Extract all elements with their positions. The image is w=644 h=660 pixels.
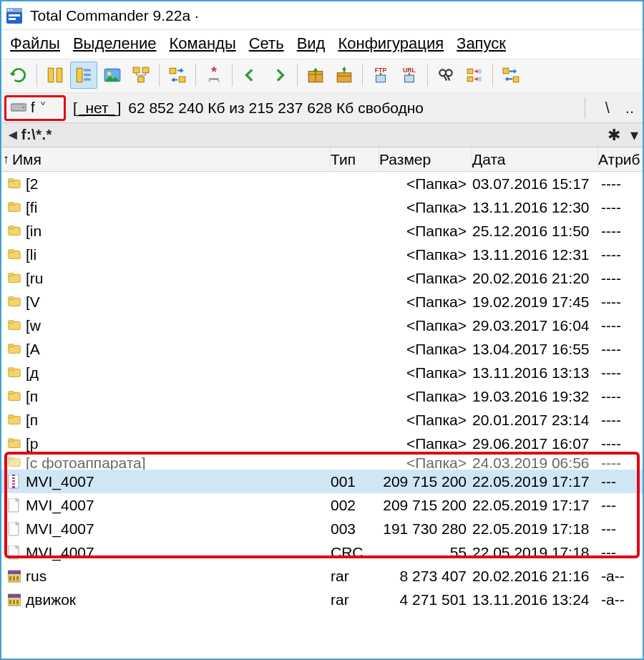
svg-rect-23: [376, 75, 386, 82]
history-back-icon[interactable]: ◄: [6, 127, 20, 143]
file-attr: ----: [598, 290, 643, 314]
file-row[interactable]: MVI_4007002209 715 20022.05.2019 17:17--…: [1, 493, 643, 517]
sync-dirs-button[interactable]: [164, 62, 191, 89]
file-name: движок: [26, 588, 76, 611]
folder-row[interactable]: [А<Папка>13.04.2017 16:55----: [1, 337, 643, 361]
folder-icon: [7, 200, 21, 215]
parent-dir-button[interactable]: ..: [625, 99, 634, 117]
folder-row[interactable]: [in<Папка>25.12.2016 11:50----: [1, 219, 643, 243]
col-attr[interactable]: Атриб: [598, 147, 643, 171]
folder-icon: [7, 176, 21, 192]
file-date: 22.05.2019 17:17: [472, 470, 598, 493]
toolbar-separator: [427, 64, 428, 87]
svg-rect-29: [467, 69, 473, 74]
menu-files[interactable]: Файлы: [10, 34, 60, 53]
file-name: [fi: [26, 195, 37, 219]
rar-icon: [7, 592, 21, 608]
tree-button[interactable]: [127, 62, 155, 89]
file-row[interactable]: rusrar8 273 40720.02.2016 21:16-a--: [1, 564, 643, 588]
file-size: <Папка>: [379, 219, 472, 243]
file-row[interactable]: движокrar4 271 50113.11.2016 13:24-a--: [1, 588, 643, 611]
file-row[interactable]: MVI_4007003191 730 28022.05.2019 17:18--…: [1, 517, 643, 540]
file-size: 209 715 200: [379, 493, 472, 517]
doc-icon: [7, 498, 21, 513]
toolbar-separator: [195, 64, 196, 87]
menu-config[interactable]: Конфигурация: [338, 34, 444, 53]
go-back-button[interactable]: [237, 62, 264, 89]
doc-icon: [7, 545, 21, 560]
sync-compare-button[interactable]: [497, 62, 525, 89]
menu-selection[interactable]: Выделение: [73, 34, 157, 53]
menu-run[interactable]: Запуск: [457, 34, 506, 53]
multi-rename-button[interactable]: [461, 62, 488, 89]
ftp-new-button[interactable]: URL: [396, 62, 423, 89]
go-forward-button[interactable]: [265, 62, 293, 89]
folder-row[interactable]: [2<Папка>03.07.2016 15:17----: [1, 172, 643, 195]
drive-label[interactable]: [_нет_]: [69, 100, 125, 117]
file-list[interactable]: [2<Папка>03.07.2016 15:17----[fi<Папка>1…: [1, 172, 643, 659]
toolbar: * FTP URL: [1, 59, 643, 93]
svg-rect-31: [478, 69, 481, 74]
archive-icon: [7, 474, 21, 490]
favorites-icon[interactable]: ✱: [608, 126, 620, 145]
folder-row[interactable]: [w<Папка>29.03.2017 16:04----: [1, 314, 643, 337]
search-button[interactable]: [432, 62, 459, 89]
file-attr: ----: [598, 266, 643, 290]
unpack-button[interactable]: [331, 62, 358, 89]
file-attr: ---: [598, 540, 643, 564]
col-type[interactable]: Тип: [331, 147, 379, 171]
view-brief-button[interactable]: [42, 62, 69, 89]
folder-row[interactable]: [п<Папка>19.03.2016 19:32----: [1, 384, 643, 408]
file-attr: -a--: [598, 588, 643, 611]
file-row[interactable]: MVI_4007CRC5522.05.2019 17:18---: [1, 540, 643, 564]
folder-row[interactable]: [п<Папка>20.01.2017 23:14----: [1, 408, 643, 432]
file-type: 001: [331, 470, 379, 493]
refresh-button[interactable]: [5, 62, 32, 89]
path-bar[interactable]: ◄ f:\ *.* ✱ ▾: [1, 123, 643, 147]
folder-icon: [7, 455, 21, 470]
folder-row[interactable]: [fi<Папка>13.11.2016 12:30----: [1, 195, 643, 219]
file-size: 55: [379, 540, 472, 564]
menu-commands[interactable]: Команды: [169, 34, 235, 53]
file-date: 13.11.2016 12:31: [472, 243, 598, 266]
file-date: 13.11.2016 13:13: [472, 361, 598, 384]
folder-row[interactable]: [V<Папка>19.02.2019 17:45----: [1, 290, 643, 314]
svg-rect-10: [84, 74, 91, 76]
file-name: MVI_4007: [26, 470, 94, 493]
file-name: rus: [26, 564, 47, 588]
toolbar-separator: [362, 64, 363, 87]
folder-row[interactable]: [р<Папка>29.06.2017 16:07----: [1, 432, 643, 455]
svg-rect-5: [9, 18, 16, 20]
svg-rect-18: [179, 77, 185, 82]
menu-view[interactable]: Вид: [297, 34, 326, 53]
file-attr: ----: [598, 384, 643, 408]
col-name[interactable]: ↑Имя: [1, 147, 331, 171]
svg-rect-9: [84, 69, 91, 71]
svg-text:*: *: [211, 66, 217, 79]
file-date: 13.11.2016 13:24: [472, 588, 598, 611]
root-button[interactable]: \: [605, 99, 610, 117]
file-date: 29.03.2017 16:04: [472, 314, 598, 337]
folder-icon: [7, 389, 21, 404]
menu-net[interactable]: Сеть: [249, 34, 284, 53]
toolbar-separator: [492, 64, 493, 87]
pack-button[interactable]: [302, 62, 329, 89]
thumbnails-button[interactable]: [99, 62, 126, 89]
folder-row[interactable]: [д<Папка>13.11.2016 13:13----: [1, 361, 643, 384]
folder-row[interactable]: [ru<Папка>20.02.2016 21:20----: [1, 266, 643, 290]
folder-row[interactable]: [с фотоаппарата]<Папка>24.03.2019 06:56-…: [1, 455, 643, 470]
toolbar-separator: [297, 64, 298, 87]
file-row[interactable]: MVI_4007001209 715 20022.05.2019 17:17--…: [1, 470, 643, 493]
file-attr: ----: [598, 408, 643, 432]
view-full-button[interactable]: [70, 62, 97, 89]
folder-row[interactable]: [li<Папка>13.11.2016 12:31----: [1, 243, 643, 266]
file-attr: -a--: [598, 564, 643, 588]
history-dropdown-icon[interactable]: ▾: [630, 126, 638, 145]
ftp-connect-button[interactable]: FTP: [367, 62, 394, 89]
file-date: 20.02.2016 21:16: [472, 564, 598, 588]
folder-icon: [7, 318, 21, 334]
drive-selector[interactable]: f ˅: [4, 95, 66, 121]
invert-selection-button[interactable]: *: [200, 62, 228, 89]
col-size[interactable]: Размер: [379, 147, 472, 171]
col-date[interactable]: Дата: [472, 147, 598, 171]
